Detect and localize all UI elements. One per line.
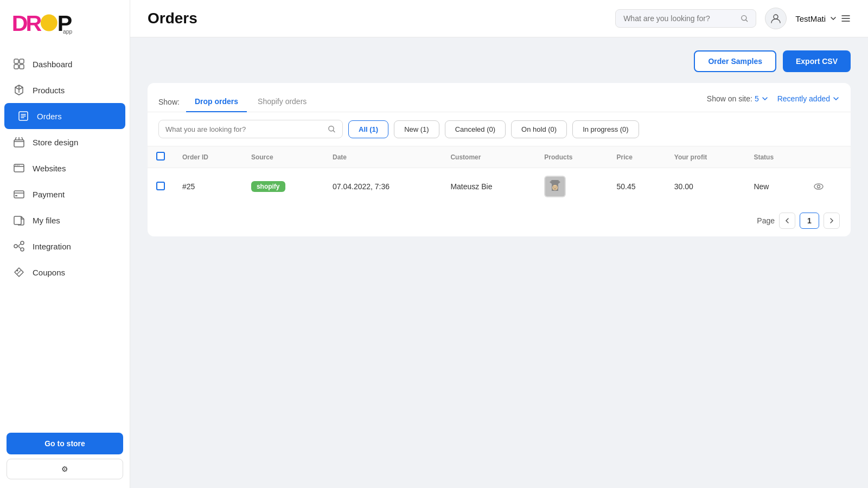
next-page-button[interactable]: [824, 213, 840, 229]
websites-icon: [13, 162, 25, 174]
orders-icon: [17, 110, 29, 122]
order-search-input[interactable]: [165, 125, 323, 133]
global-search-input[interactable]: [623, 14, 736, 23]
sidebar-item-label: Integration: [33, 242, 71, 251]
menu-icon: [841, 14, 851, 23]
sidebar-item-orders[interactable]: Orders: [4, 103, 125, 129]
sort-control[interactable]: Recently added: [777, 94, 840, 103]
orders-tabs-row: Show: Drop orders Shopify orders Show on…: [148, 83, 851, 112]
svg-rect-17: [14, 216, 21, 224]
search-icon: [741, 14, 748, 23]
sidebar-bottom: Go to store ⚙: [0, 424, 130, 488]
svg-point-20: [21, 248, 24, 251]
filter-canceled-button[interactable]: Canceled (0): [445, 120, 506, 138]
sidebar-item-payment[interactable]: Payment: [0, 181, 130, 207]
sidebar-item-dashboard[interactable]: Dashboard: [0, 51, 130, 77]
chevron-left-icon: [785, 217, 789, 224]
header-right: TestMati: [615, 8, 851, 29]
svg-rect-10: [14, 140, 24, 147]
products-icon: [13, 84, 25, 96]
filter-new-button[interactable]: New (1): [394, 120, 439, 138]
sort-label: Recently added: [777, 94, 830, 103]
order-search[interactable]: [158, 120, 343, 138]
svg-point-27: [553, 187, 554, 188]
select-all-checkbox[interactable]: [156, 152, 165, 160]
col-status: Status: [745, 146, 804, 168]
orders-table: Order ID Source Date Customer Products: [148, 146, 851, 205]
col-source: Source: [242, 146, 324, 168]
orders-card: Show: Drop orders Shopify orders Show on…: [148, 83, 851, 236]
svg-rect-5: [14, 59, 18, 63]
row-checkbox[interactable]: [156, 182, 165, 190]
sidebar-item-label: Websites: [33, 164, 66, 173]
tab-shopify-orders[interactable]: Shopify orders: [249, 92, 315, 112]
table-row: #25 shopify 07.04.2022, 7:36 Mateusz Bie: [148, 168, 851, 206]
cell-products: [535, 168, 608, 206]
svg-rect-6: [20, 59, 24, 63]
show-on-site-label: Show on site:: [707, 94, 752, 103]
col-products: Products: [535, 146, 608, 168]
cell-view-action: [804, 168, 851, 206]
content-area: Order Samples Export CSV Show: Drop orde…: [130, 37, 868, 488]
filter-on-hold-button[interactable]: On hold (0): [511, 120, 567, 138]
integration-icon: [13, 240, 25, 252]
sidebar-item-label: Dashboard: [33, 60, 72, 69]
sidebar-item-store-design[interactable]: Store design: [0, 129, 130, 155]
sidebar-item-products[interactable]: Products: [0, 77, 130, 103]
svg-rect-8: [20, 65, 24, 69]
sidebar-item-label: Store design: [33, 138, 78, 147]
logo-area: D R P app: [0, 0, 130, 46]
col-actions: [804, 146, 851, 168]
svg-point-26: [552, 185, 558, 190]
sidebar-item-coupons[interactable]: Coupons: [0, 259, 130, 285]
current-page: 1: [800, 213, 819, 229]
show-label: Show:: [158, 98, 180, 106]
filter-in-progress-button[interactable]: In progress (0): [572, 120, 639, 138]
sidebar-item-my-files[interactable]: My files: [0, 207, 130, 233]
sidebar-item-label: Orders: [37, 112, 62, 121]
filter-all-button[interactable]: All (1): [348, 120, 388, 138]
sidebar-item-websites[interactable]: Websites: [0, 155, 130, 181]
pagination: Page 1: [148, 205, 851, 236]
store-design-icon: [13, 136, 25, 148]
svg-point-19: [21, 241, 24, 245]
product-thumbnail: [544, 176, 566, 197]
view-order-icon[interactable]: [813, 181, 842, 192]
export-csv-button[interactable]: Export CSV: [783, 50, 851, 72]
col-price: Price: [608, 146, 666, 168]
sidebar-item-label: Coupons: [33, 268, 65, 277]
header-checkbox-cell: [148, 146, 174, 168]
svg-rect-16: [15, 195, 17, 196]
go-to-store-button[interactable]: Go to store: [7, 433, 123, 454]
row-checkbox-cell: [148, 168, 174, 206]
user-avatar-button[interactable]: [765, 8, 787, 29]
sidebar-item-integration[interactable]: Integration: [0, 233, 130, 259]
svg-point-28: [556, 187, 557, 188]
cell-profit: 30.00: [666, 168, 745, 206]
tabs-right: Show on site: 5 Recently added: [707, 94, 840, 110]
tab-drop-orders[interactable]: Drop orders: [186, 92, 247, 112]
show-on-site-control[interactable]: Show on site: 5: [707, 94, 769, 103]
cell-order-id: #25: [174, 168, 242, 206]
svg-text:app: app: [63, 29, 72, 35]
chevron-down-icon: [832, 95, 840, 102]
dashboard-icon: [13, 58, 25, 70]
chevron-down-icon: [761, 95, 769, 102]
cell-price: 50.45: [608, 168, 666, 206]
sidebar: D R P app Dashboard: [0, 0, 130, 488]
page-label: Page: [757, 216, 775, 225]
col-customer: Customer: [442, 146, 535, 168]
svg-point-21: [17, 270, 18, 272]
prev-page-button[interactable]: [779, 213, 795, 229]
action-bar: Order Samples Export CSV: [148, 50, 851, 72]
chevron-right-icon: [829, 217, 834, 224]
svg-rect-15: [14, 191, 24, 198]
global-search[interactable]: [615, 9, 756, 28]
user-name: TestMati: [795, 14, 826, 23]
order-samples-button[interactable]: Order Samples: [694, 50, 776, 72]
svg-text:R: R: [25, 11, 42, 36]
bottom-action-button[interactable]: ⚙: [7, 459, 123, 479]
user-menu[interactable]: TestMati: [795, 14, 851, 23]
orders-table-body: #25 shopify 07.04.2022, 7:36 Mateusz Bie: [148, 168, 851, 206]
svg-rect-7: [14, 65, 18, 69]
